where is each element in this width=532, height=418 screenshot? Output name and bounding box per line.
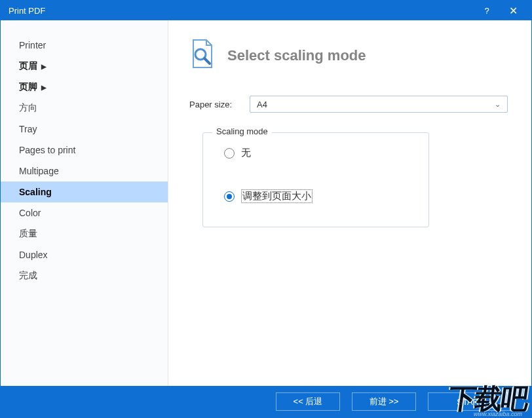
radio-icon — [224, 191, 235, 202]
help-button[interactable]: ? — [474, 1, 500, 20]
close-button[interactable]: ✕ — [500, 1, 526, 20]
next-button[interactable]: 前进 >> — [352, 392, 416, 411]
sidebar-item-finish[interactable]: 完成 — [1, 265, 168, 286]
page-title: Select scaling mode — [227, 47, 366, 64]
paper-size-label: Paper size: — [189, 100, 240, 109]
titlebar: Print PDF ? ✕ — [1, 1, 531, 20]
start-button[interactable]: START — [428, 392, 513, 411]
main-panel: Select scaling mode Paper size: A4 ⌄ Sca… — [168, 20, 531, 386]
sidebar-item-duplex[interactable]: Duplex — [1, 244, 168, 265]
sidebar-item-tray[interactable]: Tray — [1, 119, 168, 140]
chevron-right-icon: ▶ — [41, 63, 47, 70]
magnifier-page-icon — [189, 39, 216, 72]
sidebar: Printer 页眉 ▶ 页脚 ▶ 方向 Tray Pages to print… — [1, 20, 168, 386]
radio-none[interactable]: 无 — [224, 147, 413, 159]
sidebar-item-color[interactable]: Color — [1, 202, 168, 223]
sidebar-item-header[interactable]: 页眉 ▶ — [1, 56, 168, 77]
sidebar-item-quality[interactable]: 质量 — [1, 223, 168, 244]
print-pdf-dialog: Print PDF ? ✕ Printer 页眉 ▶ 页脚 ▶ 方向 Tr — [0, 0, 532, 418]
radio-fit-to-page[interactable]: 调整到页面大小 — [224, 189, 413, 203]
sidebar-item-scaling[interactable]: Scaling — [1, 181, 168, 202]
chevron-right-icon: ▶ — [41, 84, 47, 91]
window-title: Print PDF — [9, 6, 474, 16]
chevron-down-icon: ⌄ — [495, 100, 501, 109]
sidebar-item-multipage[interactable]: Multipage — [1, 161, 168, 181]
sidebar-item-footer[interactable]: 页脚 ▶ — [1, 77, 168, 98]
radio-icon — [224, 148, 235, 159]
sidebar-item-pages-to-print[interactable]: Pages to print — [1, 140, 168, 161]
help-icon: ? — [484, 6, 489, 16]
sidebar-item-orientation[interactable]: 方向 — [1, 98, 168, 119]
scaling-mode-fieldset: Scaling mode 无 调整到页面大小 — [202, 132, 429, 227]
back-button[interactable]: << 后退 — [276, 392, 340, 411]
sidebar-item-printer[interactable]: Printer — [1, 35, 168, 56]
close-icon: ✕ — [509, 5, 518, 17]
footer: << 后退 前进 >> START — [1, 386, 531, 417]
fieldset-legend: Scaling mode — [212, 126, 272, 136]
paper-size-select[interactable]: A4 ⌄ — [250, 96, 508, 113]
